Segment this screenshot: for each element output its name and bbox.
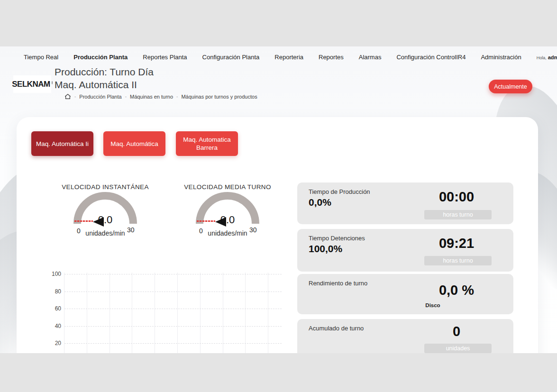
stat-card-rendimiento-turno: Rendimiento de turno 0,0 % Disco xyxy=(297,274,513,314)
stat-label: Tiempo de Producción xyxy=(309,188,370,195)
page-title-line1: Producción: Turno Día xyxy=(55,65,154,78)
stat-unit-badge: horas turno xyxy=(424,210,492,219)
screenshot-stage: Tiempo Real Producción Planta Reportes P… xyxy=(0,0,557,392)
brand-logo[interactable]: SELKNAM xyxy=(13,75,51,93)
stat-value: 0 xyxy=(409,324,504,339)
actualmente-button[interactable]: Actualmente xyxy=(489,80,532,93)
gauge-unit-label: unidades/min xyxy=(67,229,143,237)
gauge-unit-label: unidades/min xyxy=(190,229,265,237)
breadcrumb-separator: - xyxy=(125,94,127,99)
stat-sub-label: Disco xyxy=(409,302,457,308)
machine-tab-automatica-barrera[interactable]: Maq. Automatica Barrera xyxy=(176,131,238,156)
page-title: Producción: Turno Día Maq. Automática II xyxy=(55,65,154,91)
app-window: Tiempo Real Producción Planta Reportes P… xyxy=(0,46,557,353)
chart-gridline xyxy=(64,274,282,274)
stat-percent: 100,0% xyxy=(309,243,342,255)
breadcrumb-maquinas-en-turno[interactable]: Máquinas en turno xyxy=(130,94,173,100)
main-content-card: Maq. Automática Ii Maq. Automática Maq. … xyxy=(17,117,538,353)
stat-card-tiempo-produccion: Tiempo de Producción 0,0% 00:00 horas tu… xyxy=(297,182,513,224)
chart-ytick-100: 100 xyxy=(44,271,61,277)
machine-tab-automatica[interactable]: Maq. Automática xyxy=(103,131,165,156)
stat-value: 0,0 % xyxy=(409,283,504,298)
nav-item-reporteria[interactable]: Reporteria xyxy=(274,54,303,61)
stat-card-tiempo-detenciones: Tiempo Detenciones 100,0% 09:21 horas tu… xyxy=(297,229,513,272)
nav-item-tiempo-real[interactable]: Tiempo Real xyxy=(24,54,58,61)
nav-item-reportes-planta[interactable]: Reportes Planta xyxy=(143,54,187,61)
page-title-line2: Maq. Automática II xyxy=(55,78,154,91)
breadcrumb-maquinas-por-turnos[interactable]: Máquinas por turnos y productos xyxy=(181,94,257,100)
top-navigation: Tiempo Real Producción Planta Reportes P… xyxy=(0,46,557,67)
gauge-velocidad-media-turno: VELOCIDAD MEDIA TURNO 0.0 0 30 unidades/… xyxy=(175,183,280,239)
greeting-text: Hola, xyxy=(537,55,547,60)
gauge-velocidad-instantanea: VELOCIDAD INSTANTÁNEA 0.0 0 30 unidades/… xyxy=(53,183,157,239)
chart-ytick-80: 80 xyxy=(44,288,61,295)
machine-tab-automatica-ii[interactable]: Maq. Automática Ii xyxy=(31,131,93,156)
chart-gridline xyxy=(64,326,282,327)
production-chart-plot-area xyxy=(64,273,282,353)
stat-card-acumulado-turno: Acumulado de turno 0 unidades xyxy=(297,319,513,353)
nav-item-administracion[interactable]: Administración xyxy=(481,54,521,61)
nav-item-produccion-planta[interactable]: Producción Planta xyxy=(73,54,128,61)
gauge-title: VELOCIDAD INSTANTÁNEA xyxy=(53,183,157,191)
chart-ytick-40: 40 xyxy=(44,323,61,329)
logo-text: SELKNAM xyxy=(12,80,50,89)
gauge-value: 0.0 xyxy=(53,214,157,226)
user-greeting[interactable]: Hola,admin@ir4hub.cl xyxy=(537,54,557,61)
stat-unit-badge: horas turno xyxy=(424,256,492,265)
stat-label: Rendimiento de turno xyxy=(309,280,367,287)
gauge-title: VELOCIDAD MEDIA TURNO xyxy=(175,183,280,191)
stat-value: 09:21 xyxy=(409,236,504,251)
stat-value: 00:00 xyxy=(409,189,504,205)
stat-percent: 0,0% xyxy=(309,197,331,208)
chart-ytick-20: 20 xyxy=(44,340,61,346)
gauge-value: 0.0 xyxy=(175,214,280,226)
chart-gridline xyxy=(64,292,282,292)
logo-mark-icon xyxy=(52,81,53,84)
stat-unit-badge: unidades xyxy=(424,344,492,353)
nav-item-reportes[interactable]: Reportes xyxy=(319,54,344,61)
user-email: admin@ir4hub.cl xyxy=(548,55,557,60)
chart-ytick-60: 60 xyxy=(44,305,61,312)
nav-item-alarmas[interactable]: Alarmas xyxy=(359,54,382,61)
breadcrumb: - Producción Planta - Máquinas en turno … xyxy=(64,93,257,100)
nav-item-configuracion-planta[interactable]: Configuración Planta xyxy=(202,54,260,61)
chart-gridline xyxy=(64,343,282,344)
stat-label: Tiempo Detenciones xyxy=(309,235,365,242)
breadcrumb-produccion-planta[interactable]: Producción Planta xyxy=(79,94,121,100)
breadcrumb-separator: - xyxy=(176,94,178,99)
stat-label: Acumulado de turno xyxy=(309,325,364,332)
breadcrumb-separator: - xyxy=(74,94,76,99)
chart-gridline xyxy=(64,309,282,309)
home-icon[interactable] xyxy=(64,93,71,100)
nav-item-configuracion-controlir4[interactable]: Configuración ControlIR4 xyxy=(396,54,466,61)
